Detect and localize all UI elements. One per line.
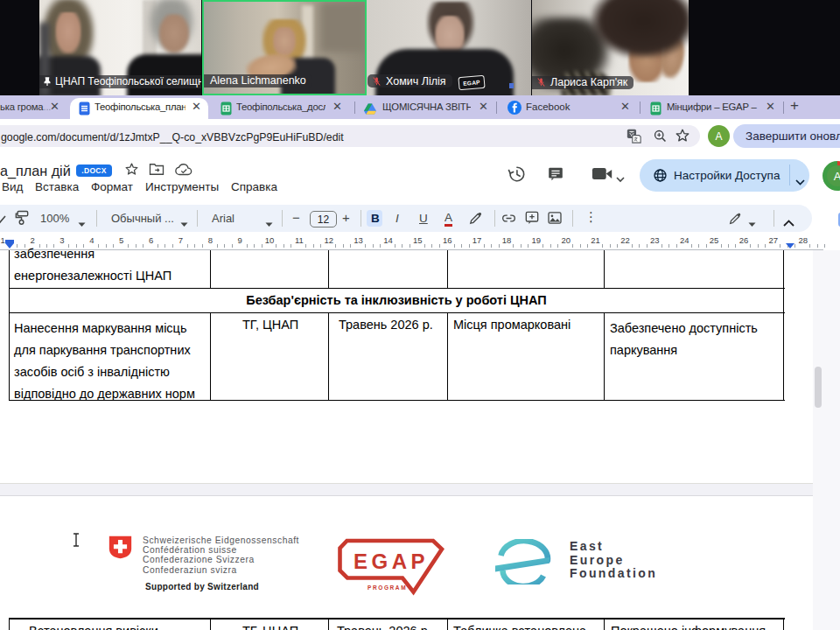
svg-text:PROGRAM: PROGRAM — [368, 584, 407, 591]
svg-text:EGAP: EGAP — [354, 550, 429, 573]
